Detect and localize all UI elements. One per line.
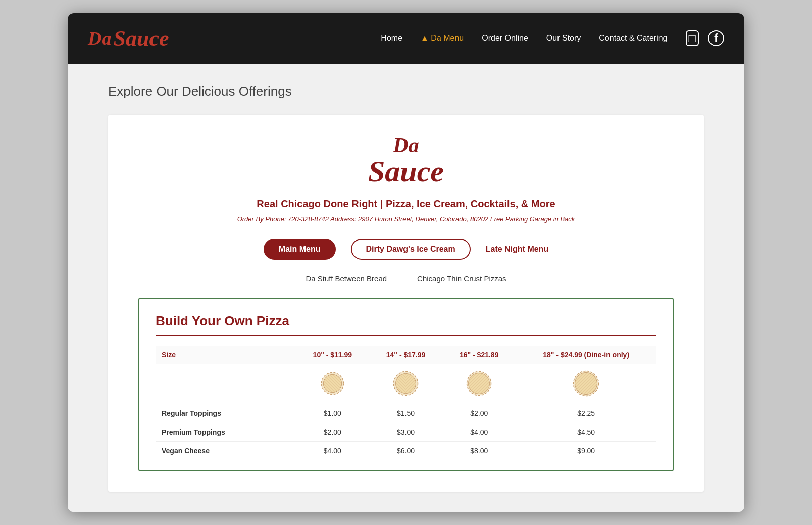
nav-link-home[interactable]: Home xyxy=(381,34,402,42)
row-val-regular-16: $2.00 xyxy=(442,404,516,423)
pizza-svg-14 xyxy=(392,370,420,397)
menu-info: Order By Phone: 720-328-8742 Address: 29… xyxy=(138,215,674,223)
col-18in: 18" - $24.99 (Dine-in only) xyxy=(516,346,656,364)
row-val-vegan-10: $4.00 xyxy=(296,442,369,460)
col-14in: 14" - $17.99 xyxy=(369,346,442,364)
row-val-premium-16: $4.00 xyxy=(442,423,516,442)
svg-point-5 xyxy=(323,375,341,393)
row-val-vegan-18: $9.00 xyxy=(516,442,656,460)
row-val-premium-10: $2.00 xyxy=(296,423,369,442)
sub-tabs: Da Stuff Between Bread Chicago Thin Crus… xyxy=(138,274,674,283)
sub-tab-pizza[interactable]: Chicago Thin Crust Pizzas xyxy=(417,274,506,283)
row-val-premium-18: $4.50 xyxy=(516,423,656,442)
pizza-slice-icon: ▲ xyxy=(421,34,429,42)
col-size: Size xyxy=(156,346,296,364)
nav-item-damenu[interactable]: ▲ Da Menu xyxy=(421,34,464,43)
pizza-svg-10 xyxy=(319,370,346,397)
nav-item-contact[interactable]: Contact & Catering xyxy=(599,34,667,43)
page-title: Explore Our Delicious Offerings xyxy=(108,84,704,99)
nav-icons: □ f xyxy=(686,30,725,46)
facebook-icon[interactable]: f xyxy=(708,30,724,46)
table-header: Size 10" - $11.99 14" - $17.99 16" - $21… xyxy=(156,346,656,364)
row-label-vegan: Vegan Cheese xyxy=(156,442,296,460)
menu-tabs: Main Menu Dirty Dawg's Ice Cream Late Ni… xyxy=(138,239,674,260)
logo-da: Da xyxy=(88,27,111,49)
pizza-icon-18 xyxy=(516,364,656,404)
col-16in: 16" - $21.89 xyxy=(442,346,516,364)
menu-card: Da Sauce Real Chicago Done Right | Pizza… xyxy=(108,115,704,492)
svg-point-10 xyxy=(396,374,416,394)
tab-late-night[interactable]: Late Night Menu xyxy=(486,245,548,254)
menu-tagline: Real Chicago Done Right | Pizza, Ice Cre… xyxy=(138,198,674,210)
site-logo[interactable]: Da Sauce xyxy=(88,26,169,51)
pizza-icons-row xyxy=(156,364,656,404)
row-val-regular-10: $1.00 xyxy=(296,404,369,423)
navbar: Da Sauce Home ▲ Da Menu Order Online Our… xyxy=(68,13,744,64)
logo-sauce: Sauce xyxy=(113,26,169,51)
table-header-row: Size 10" - $11.99 14" - $17.99 16" - $21… xyxy=(156,346,656,364)
row-val-regular-14: $1.50 xyxy=(369,404,442,423)
instagram-icon[interactable]: □ xyxy=(686,30,699,46)
menu-logo-da: Da xyxy=(368,135,444,156)
pizza-icon-10 xyxy=(296,364,369,404)
browser-frame: Da Sauce Home ▲ Da Menu Order Online Our… xyxy=(68,13,744,512)
svg-point-20 xyxy=(575,373,597,395)
row-val-vegan-14: $6.00 xyxy=(369,442,442,460)
nav-link-order[interactable]: Order Online xyxy=(482,34,528,42)
nav-item-story[interactable]: Our Story xyxy=(546,34,581,43)
nav-link-story[interactable]: Our Story xyxy=(546,34,581,42)
header-line-left xyxy=(138,161,353,161)
icons-label xyxy=(156,364,296,404)
row-val-regular-18: $2.25 xyxy=(516,404,656,423)
pizza-icon-14 xyxy=(369,364,442,404)
row-label-regular: Regular Toppings xyxy=(156,404,296,423)
row-val-premium-14: $3.00 xyxy=(369,423,442,442)
page-content: Explore Our Delicious Offerings Da Sauce… xyxy=(68,64,744,512)
pizza-section-title: Build Your Own Pizza xyxy=(156,313,656,329)
header-line-right xyxy=(459,161,674,161)
pizza-svg-16 xyxy=(465,370,493,397)
nav-item-order[interactable]: Order Online xyxy=(482,34,528,43)
table-body: Regular Toppings $1.00 $1.50 $2.00 $2.25… xyxy=(156,364,656,460)
tab-main-menu[interactable]: Main Menu xyxy=(264,239,336,260)
col-10in: 10" - $11.99 xyxy=(296,346,369,364)
nav-item-home[interactable]: Home xyxy=(381,34,402,43)
table-row: Vegan Cheese $4.00 $6.00 $8.00 $9.00 xyxy=(156,442,656,460)
tab-dirty-dawgs[interactable]: Dirty Dawg's Ice Cream xyxy=(351,239,471,260)
row-val-vegan-16: $8.00 xyxy=(442,442,516,460)
nav-link-contact[interactable]: Contact & Catering xyxy=(599,34,667,42)
row-label-premium: Premium Toppings xyxy=(156,423,296,442)
nav-link-damenu[interactable]: ▲ Da Menu xyxy=(421,34,464,42)
svg-point-15 xyxy=(469,373,490,394)
pizza-section: Build Your Own Pizza Size 10" - $11.99 1… xyxy=(138,298,674,471)
menu-logo-area: Da Sauce xyxy=(368,135,444,186)
pizza-table: Size 10" - $11.99 14" - $17.99 16" - $21… xyxy=(156,346,656,460)
menu-header: Da Sauce xyxy=(138,135,674,186)
table-row: Regular Toppings $1.00 $1.50 $2.00 $2.25 xyxy=(156,404,656,423)
table-row: Premium Toppings $2.00 $3.00 $4.00 $4.50 xyxy=(156,423,656,442)
pizza-icon-16 xyxy=(442,364,516,404)
pizza-svg-18 xyxy=(572,370,600,397)
sub-tab-bread[interactable]: Da Stuff Between Bread xyxy=(306,274,387,283)
nav-links: Home ▲ Da Menu Order Online Our Story Co… xyxy=(381,34,667,43)
section-divider xyxy=(156,335,656,336)
menu-logo-sauce: Sauce xyxy=(368,156,444,186)
